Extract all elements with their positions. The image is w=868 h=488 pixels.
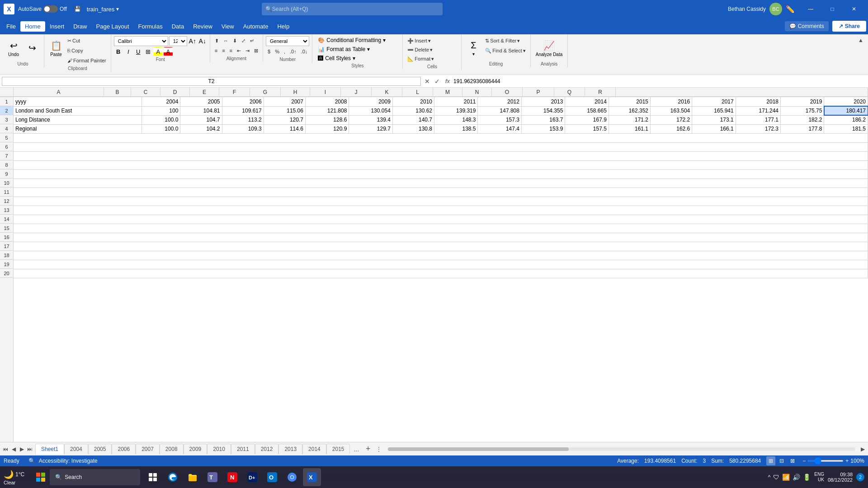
row-number-20[interactable]: 20 <box>0 269 13 278</box>
chrome-button[interactable] <box>283 468 301 486</box>
tab-2009[interactable]: 2009 <box>184 444 208 454</box>
file-dropdown-icon[interactable]: ▾ <box>116 6 119 12</box>
row-number-19[interactable]: 19 <box>0 260 13 269</box>
decrease-font-button[interactable]: A↓ <box>198 37 207 46</box>
zoom-slider[interactable] <box>807 460 844 462</box>
row-number-1[interactable]: 1 <box>0 97 13 106</box>
start-button[interactable] <box>32 468 50 486</box>
tab-2010[interactable]: 2010 <box>207 444 231 454</box>
cell-p2[interactable]: 171.244 <box>736 106 780 115</box>
page-layout-view-button[interactable]: ⊟ <box>777 456 786 465</box>
fill-color-button[interactable]: A <box>154 47 163 56</box>
col-header-h[interactable]: H <box>281 88 310 97</box>
align-right-button[interactable]: ≡ <box>228 46 234 55</box>
cell-r4[interactable]: 181.5 <box>824 124 868 133</box>
row-number-7[interactable]: 7 <box>0 151 13 160</box>
number-format-select[interactable]: General <box>266 36 309 46</box>
horizontal-scrollbar[interactable] <box>388 447 855 451</box>
cell-q4[interactable]: 177.8 <box>781 124 824 133</box>
cell-h2[interactable]: 130.62 <box>392 106 434 115</box>
col-header-l[interactable]: L <box>402 88 433 97</box>
tab-nav-first[interactable]: ⏮ <box>2 446 9 453</box>
cell-d2[interactable]: 109.617 <box>222 106 264 115</box>
tab-2005[interactable]: 2005 <box>88 444 112 454</box>
cell-c1[interactable]: 2005 <box>180 97 222 106</box>
format-painter-button[interactable]: 🖌 Format Painter <box>66 56 108 65</box>
tab-nav-prev[interactable]: ◀ <box>10 446 17 453</box>
tab-add-button[interactable]: + <box>363 444 373 455</box>
tab-2013[interactable]: 2013 <box>278 444 302 454</box>
merge-button[interactable]: ⊠ <box>252 46 260 55</box>
cell-q1[interactable]: 2019 <box>781 97 824 106</box>
col-header-r[interactable]: R <box>585 88 616 97</box>
cell-e4[interactable]: 114.6 <box>264 124 305 133</box>
cell-i4[interactable]: 138.5 <box>434 124 478 133</box>
cell-e2[interactable]: 115.06 <box>264 106 305 115</box>
redo-button[interactable]: ↪ <box>23 36 41 61</box>
tab-menu-button[interactable]: ⋮ <box>373 444 384 455</box>
taskview-button[interactable] <box>144 468 162 486</box>
row-number-15[interactable]: 15 <box>0 224 13 233</box>
cell-p3[interactable]: 177.1 <box>736 115 780 124</box>
cell-h3[interactable]: 140.7 <box>392 115 434 124</box>
cell-n4[interactable]: 162.6 <box>651 124 692 133</box>
page-break-view-button[interactable]: ⊠ <box>788 456 797 465</box>
row-number-14[interactable]: 14 <box>0 215 13 224</box>
paste-button[interactable]: 📋 Paste <box>47 36 65 61</box>
sum-button[interactable]: Σ ▾ <box>464 36 482 61</box>
col-header-p[interactable]: P <box>523 88 554 97</box>
col-header-n[interactable]: N <box>462 88 492 97</box>
row-number-18[interactable]: 18 <box>0 251 13 260</box>
cell-styles-button[interactable]: 🅰 Cell Styles ▾ <box>315 54 400 62</box>
tab-2008[interactable]: 2008 <box>160 444 184 454</box>
cell-e1[interactable]: 2007 <box>264 97 305 106</box>
cell-h1[interactable]: 2010 <box>392 97 434 106</box>
cell-g3[interactable]: 139.4 <box>349 115 392 124</box>
col-header-f[interactable]: F <box>219 88 250 97</box>
row-number-3[interactable]: 3 <box>0 115 13 124</box>
increase-font-button[interactable]: A↑ <box>188 37 197 46</box>
row-number-8[interactable]: 8 <box>0 160 13 169</box>
netflix-button[interactable]: N <box>223 468 241 486</box>
cell-j3[interactable]: 157.3 <box>478 115 521 124</box>
cell-j2[interactable]: 147.808 <box>478 106 521 115</box>
cell-a2[interactable]: London and South East <box>14 106 142 115</box>
cell-r3[interactable]: 186.2 <box>824 115 868 124</box>
currency-button[interactable]: $ <box>266 47 272 56</box>
taskbar-search[interactable]: 🔍 Search <box>50 469 140 485</box>
conditional-formatting-button[interactable]: 🎨 Conditional Formatting ▾ <box>315 36 400 44</box>
cell-k2[interactable]: 154.355 <box>521 106 565 115</box>
excel-button[interactable]: X <box>303 468 321 486</box>
tab-2014[interactable]: 2014 <box>302 444 326 454</box>
tab-2007[interactable]: 2007 <box>136 444 160 454</box>
tab-sheet1[interactable]: Sheet1 <box>35 444 64 454</box>
system-clock[interactable]: 09:38 08/12/2022 <box>828 472 853 483</box>
col-header-e[interactable]: E <box>190 88 219 97</box>
copy-button[interactable]: ⎘ Copy <box>66 46 108 55</box>
cell-c2[interactable]: 104.81 <box>180 106 222 115</box>
menu-home[interactable]: Home <box>20 21 45 32</box>
share-button[interactable]: ↗ Share <box>832 21 866 32</box>
cancel-formula-icon[interactable]: ✕ <box>423 77 432 86</box>
menu-review[interactable]: Review <box>189 21 217 32</box>
cell-b3[interactable]: 100.0 <box>142 115 180 124</box>
outlook-button[interactable]: O <box>263 468 281 486</box>
cell-n2[interactable]: 163.504 <box>651 106 692 115</box>
normal-view-button[interactable]: ⊞ <box>766 456 775 465</box>
cell-o3[interactable]: 173.1 <box>692 115 736 124</box>
tab-nav-next[interactable]: ▶ <box>18 446 25 453</box>
col-header-d[interactable]: D <box>160 88 190 97</box>
cell-i2[interactable]: 139.319 <box>434 106 478 115</box>
cell-f3[interactable]: 128.6 <box>305 115 349 124</box>
cell-reference-input[interactable] <box>2 77 421 86</box>
col-header-o[interactable]: O <box>492 88 523 97</box>
scrollbar-thumb[interactable] <box>388 447 569 451</box>
font-color-button[interactable]: A <box>164 47 173 56</box>
align-left-button[interactable]: ≡ <box>213 46 219 55</box>
col-header-k[interactable]: K <box>372 88 402 97</box>
cell-e3[interactable]: 120.7 <box>264 115 305 124</box>
close-button[interactable]: ✕ <box>844 2 864 16</box>
borders-button[interactable]: ⊞ <box>144 47 153 56</box>
cell-k4[interactable]: 153.9 <box>521 124 565 133</box>
cell-g1[interactable]: 2009 <box>349 97 392 106</box>
